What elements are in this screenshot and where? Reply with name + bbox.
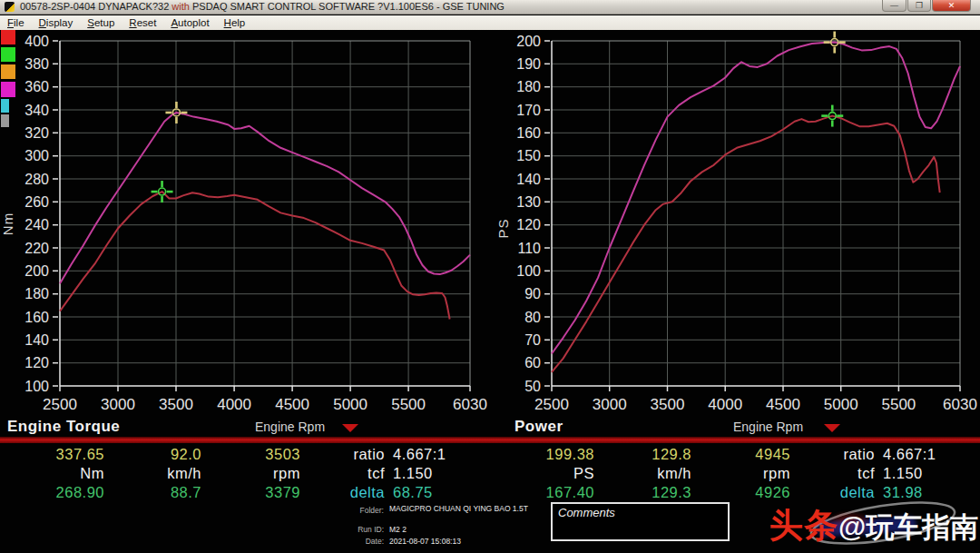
power-unit: PS [573,464,594,483]
tcf-value: 1.150 [393,464,433,483]
maximize-button[interactable]: ❐ [907,0,931,12]
svg-text:180: 180 [24,286,49,301]
watermark-text: 头条@玩车指南 [769,503,978,548]
dyno-app-window: 00578-2SP-0404 DYNAPACK?32 with PSDAQ SM… [0,0,980,553]
window-title: 00578-2SP-0404 DYNAPACK?32 with PSDAQ SM… [20,0,505,14]
svg-text:340: 340 [24,103,49,118]
maximize-icon: ❐ [916,2,923,10]
svg-text:5500: 5500 [881,396,916,413]
date-label: Date: [366,537,384,546]
svg-text:70: 70 [524,332,541,348]
svg-text:220: 220 [24,241,49,256]
power-readout-panel: 199.38 129.8 4945 ratio 4.667:1 PS km/h … [490,443,980,503]
svg-text:260: 260 [24,194,49,210]
svg-text:170: 170 [516,103,541,118]
menu-autoplot[interactable]: Autoplot [163,15,216,30]
svg-text:5500: 5500 [391,396,426,413]
run-swatch-green[interactable] [1,47,15,62]
menu-setup[interactable]: Setup [80,15,122,30]
close-button[interactable]: ✕ [932,0,971,12]
torque-rpm-dropdown-icon[interactable] [342,424,358,432]
svg-text:140: 140 [516,172,541,187]
rpm-unit: rpm [273,464,300,483]
power-chart-title: Power [514,418,564,436]
power-base-value: 167.40 [546,483,594,502]
svg-text:100: 100 [24,379,49,394]
torque-x-axis-label: Engine Rpm [255,420,325,434]
svg-text:240: 240 [24,217,49,232]
svg-text:4500: 4500 [766,396,800,413]
rpm-unit: rpm [763,464,790,483]
rpm-base-value: 3379 [265,483,300,502]
speed-peak-value: 129.8 [652,445,691,464]
torque-axis-unit: Nm [0,212,15,235]
comments-field[interactable]: Comments [551,502,730,541]
svg-text:3500: 3500 [651,396,685,413]
svg-text:200: 200 [516,34,541,49]
folder-label: Folder: [360,506,384,515]
folder-value: MAGICPRO CHUAN QI YING BAO 1.5T [389,504,528,513]
power-x-axis-label: Engine Rpm [733,420,803,434]
svg-text:6030: 6030 [453,396,487,413]
power-rpm-dropdown-icon[interactable] [824,424,840,432]
close-icon: ✕ [948,2,956,10]
svg-text:120: 120 [24,355,49,370]
svg-text:320: 320 [24,125,49,141]
rpm-peak-value: 4945 [755,445,790,464]
menu-bar: File Display Setup Reset Autoplot Help [0,15,980,30]
svg-text:120: 120 [516,217,541,232]
svg-text:160: 160 [516,125,541,141]
svg-text:150: 150 [516,148,541,163]
runid-value: M2 2 [389,525,407,534]
svg-text:3500: 3500 [159,396,193,413]
svg-text:380: 380 [24,56,49,72]
ratio-value: 4.667:1 [883,445,936,464]
speed-base-value: 88.7 [171,483,201,502]
svg-text:160: 160 [24,310,49,325]
menu-reset[interactable]: Reset [122,15,163,30]
run-swatch-cyan[interactable] [1,99,9,113]
menu-display[interactable]: Display [32,15,81,30]
minimize-button[interactable]: — [882,0,906,12]
run-swatch-red[interactable] [1,30,15,44]
delta-value: 68.75 [393,483,433,502]
speed-base-value: 129.3 [652,483,691,502]
runid-label: Run ID: [358,525,384,534]
svg-text:130: 130 [516,194,541,210]
speed-unit: km/h [167,464,201,483]
panel-separator [0,437,980,443]
speed-unit: km/h [657,464,691,483]
svg-text:190: 190 [516,56,541,72]
svg-text:5000: 5000 [333,396,368,413]
torque-unit: Nm [80,464,104,483]
power-chart[interactable]: 5060708090100110120130140150160170180190… [495,30,980,422]
svg-text:3000: 3000 [593,396,627,413]
svg-text:90: 90 [524,286,541,301]
run-swatch-orange[interactable] [1,64,15,79]
svg-text:2500: 2500 [43,396,77,413]
svg-text:100: 100 [516,263,541,279]
delta-label: delta [350,483,385,502]
torque-readout-panel: 337.65 92.0 3503 ratio 4.667:1 Nm km/h r… [0,443,490,503]
svg-text:200: 200 [24,263,49,279]
svg-text:80: 80 [524,310,541,325]
svg-text:60: 60 [524,355,541,370]
menu-file[interactable]: File [0,15,32,30]
minimize-icon: — [890,2,898,10]
ratio-value: 4.667:1 [393,445,446,464]
svg-text:6030: 6030 [943,396,977,413]
speed-peak-value: 92.0 [171,445,201,464]
torque-peak-value: 337.65 [56,445,104,464]
ratio-label: ratio [353,445,385,464]
svg-text:3000: 3000 [101,396,135,413]
svg-text:360: 360 [24,79,49,94]
window-titlebar[interactable]: 00578-2SP-0404 DYNAPACK?32 with PSDAQ SM… [0,0,980,15]
run-swatch-gray[interactable] [1,114,9,127]
tcf-label: tcf [858,464,875,483]
torque-base-value: 268.90 [56,483,104,502]
torque-chart[interactable]: 1001201401601802002202402602803003203403… [27,30,481,422]
svg-text:140: 140 [24,332,49,348]
menu-help[interactable]: Help [217,15,253,30]
rpm-peak-value: 3503 [265,445,300,464]
run-swatch-magenta[interactable] [1,82,15,97]
